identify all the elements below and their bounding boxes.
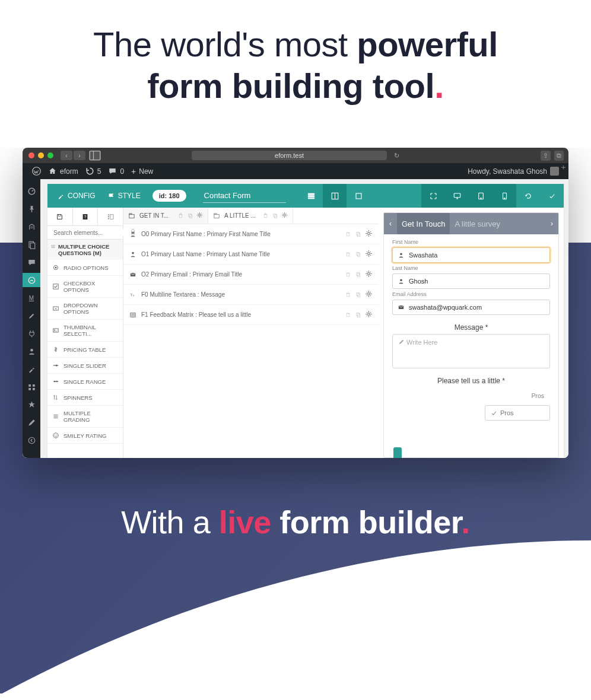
delete-icon[interactable] <box>345 311 351 318</box>
copy-icon[interactable] <box>355 231 361 237</box>
wp-side-m-icon[interactable]: M <box>23 291 40 305</box>
delete-icon[interactable] <box>345 291 351 298</box>
wp-side-user-icon[interactable] <box>23 344 40 358</box>
wp-side-dashboard-icon[interactable] <box>23 184 40 198</box>
preview-tab-1[interactable]: Get In Touch <box>397 213 450 234</box>
reload-icon[interactable]: ↻ <box>394 152 399 160</box>
element-thumbnail[interactable]: THUMBNAIL SELECTI... <box>47 320 123 342</box>
gear-icon[interactable] <box>365 230 373 238</box>
canvas-row[interactable]: TT F0 Multiline Textarea : Message <box>123 285 379 305</box>
wp-comments[interactable]: 0 <box>104 167 128 176</box>
tabs-icon[interactable]: ⧉ <box>554 151 564 161</box>
wp-howdy[interactable]: Howdy, Swashata Ghosh <box>464 167 563 176</box>
url-bar[interactable]: eform.test <box>192 151 387 160</box>
copy-icon[interactable] <box>272 212 278 219</box>
copy-icon[interactable] <box>355 251 361 257</box>
wp-side-media-icon[interactable] <box>23 219 40 234</box>
resize-handle[interactable] <box>393 447 402 458</box>
panel-help-button[interactable]: ? <box>73 208 99 225</box>
view-split-button[interactable] <box>323 184 347 208</box>
wp-side-pencil-icon[interactable] <box>23 415 40 429</box>
delete-icon[interactable] <box>345 251 351 257</box>
preview-next[interactable]: › <box>545 219 558 228</box>
canvas-row[interactable]: O0 Primary First Name : Primary First Na… <box>123 224 379 244</box>
wp-side-settings-icon[interactable] <box>23 380 40 394</box>
element-spinners[interactable]: SPINNERS <box>47 390 123 406</box>
delete-icon[interactable] <box>262 212 269 219</box>
copy-icon[interactable] <box>187 212 193 219</box>
window-maximize-icon[interactable] <box>47 152 53 158</box>
gear-icon[interactable] <box>365 310 373 319</box>
canvas-row[interactable]: O1 Primary Last Name : Primary Last Name… <box>123 244 379 265</box>
wp-updates[interactable]: 5 <box>82 167 105 176</box>
wp-side-pin-icon[interactable] <box>23 202 40 216</box>
wp-side-brush-icon[interactable] <box>23 308 40 323</box>
copy-icon[interactable] <box>355 291 361 298</box>
first-name-input[interactable]: Swashata <box>392 247 550 263</box>
wp-side-comment-icon[interactable] <box>23 255 40 269</box>
message-textarea[interactable]: Write Here <box>392 334 550 368</box>
config-button[interactable]: CONFIG <box>51 184 101 208</box>
last-name-input[interactable]: Ghosh <box>392 273 550 289</box>
window-minimize-icon[interactable] <box>38 152 44 158</box>
device-full-button[interactable] <box>421 184 445 208</box>
gear-icon[interactable] <box>365 290 373 299</box>
email-label: Email Address <box>392 291 550 297</box>
element-dropdown[interactable]: DROPDOWN OPTIONS <box>47 298 123 320</box>
device-mobile-button[interactable] <box>493 184 516 208</box>
device-desktop-button[interactable] <box>445 184 469 208</box>
search-input[interactable] <box>53 230 129 236</box>
wp-side-star-icon[interactable] <box>23 397 40 412</box>
nav-forward-button[interactable]: › <box>74 151 85 160</box>
element-smiley[interactable]: SMILEY RATING <box>47 428 123 444</box>
gear-icon[interactable] <box>281 212 288 219</box>
pros-input[interactable]: Pros <box>485 405 550 421</box>
preview-tab-2[interactable]: A little survey <box>450 213 505 234</box>
new-tab-button[interactable]: ＋ <box>560 162 567 173</box>
window-close-icon[interactable] <box>28 152 34 158</box>
element-radio[interactable]: RADIO OPTIONS <box>47 260 123 276</box>
gear-icon[interactable] <box>365 250 373 259</box>
delete-icon[interactable] <box>177 212 184 219</box>
preview-prev[interactable]: ‹ <box>384 219 397 228</box>
wp-logo[interactable] <box>28 167 45 176</box>
panel-save-button[interactable] <box>47 208 73 225</box>
copy-icon[interactable] <box>355 311 361 318</box>
device-tablet-button[interactable] <box>469 184 493 208</box>
delete-icon[interactable] <box>345 231 351 237</box>
copy-icon[interactable] <box>355 271 361 278</box>
share-icon[interactable]: ⇪ <box>541 151 551 161</box>
sidebar-toggle-button[interactable] <box>89 151 101 160</box>
refresh-button[interactable] <box>516 184 540 208</box>
nav-back-button[interactable]: ‹ <box>61 151 72 160</box>
element-grading[interactable]: MULTIPLE GRADING <box>47 406 123 428</box>
gear-icon[interactable] <box>365 270 373 279</box>
wp-side-pages-icon[interactable] <box>23 237 40 252</box>
sub-hero-live: live <box>219 504 271 540</box>
view-preview-button[interactable] <box>347 184 370 208</box>
element-checkbox[interactable]: CHECKBOX OPTIONS <box>47 276 123 298</box>
element-slider[interactable]: SINGLE SLIDER <box>47 358 123 374</box>
canvas-row[interactable]: O2 Primary Email : Primary Email Title <box>123 265 379 285</box>
wp-side-plugin-icon[interactable] <box>23 326 40 341</box>
svg-point-74 <box>368 293 370 295</box>
email-input[interactable]: swashata@wpquark.com <box>392 300 550 315</box>
panel-collapse-button[interactable] <box>98 208 123 225</box>
wp-site-link[interactable]: eform <box>45 167 82 176</box>
gear-icon[interactable] <box>196 212 203 219</box>
category-header[interactable]: MULTIPLE CHOICE QUESTIONS (M) <box>47 240 123 260</box>
wp-side-eform-icon[interactable] <box>23 273 40 287</box>
wp-new[interactable]: +New <box>128 167 157 176</box>
wp-side-wrench-icon[interactable] <box>23 362 40 376</box>
style-button[interactable]: STYLE <box>101 184 147 208</box>
canvas-row[interactable]: F1 Feedback Matrix : Please tell us a li… <box>123 305 379 325</box>
page-tab-2[interactable]: A LITTLE ... <box>208 208 293 224</box>
form-name[interactable]: Contact Form <box>203 189 287 203</box>
element-range[interactable]: SINGLE RANGE <box>47 374 123 390</box>
save-button[interactable] <box>540 184 564 208</box>
delete-icon[interactable] <box>345 271 351 278</box>
wp-side-collapse-icon[interactable] <box>23 433 40 447</box>
element-pricing[interactable]: PRICING TABLE <box>47 342 123 358</box>
view-list-button[interactable] <box>299 184 323 208</box>
page-tab-1[interactable]: GET IN T... <box>123 208 208 224</box>
